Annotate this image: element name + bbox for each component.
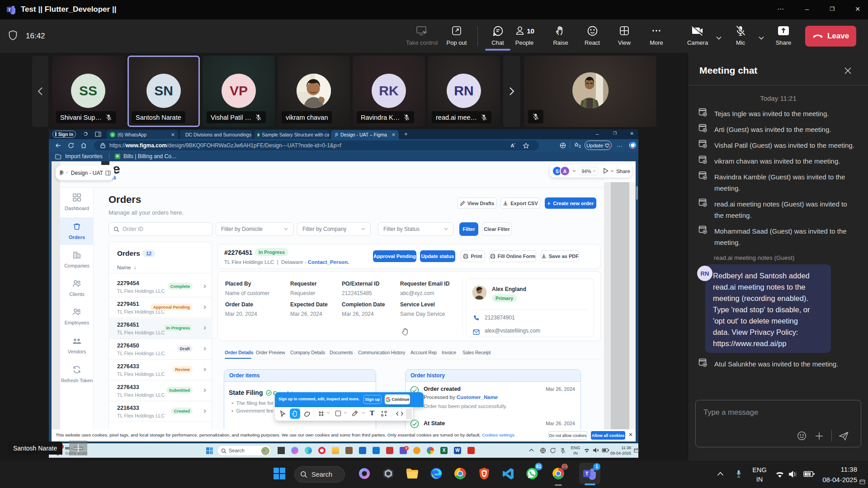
svg-text:T: T — [8, 8, 11, 12]
svg-text:T: T — [585, 471, 589, 476]
